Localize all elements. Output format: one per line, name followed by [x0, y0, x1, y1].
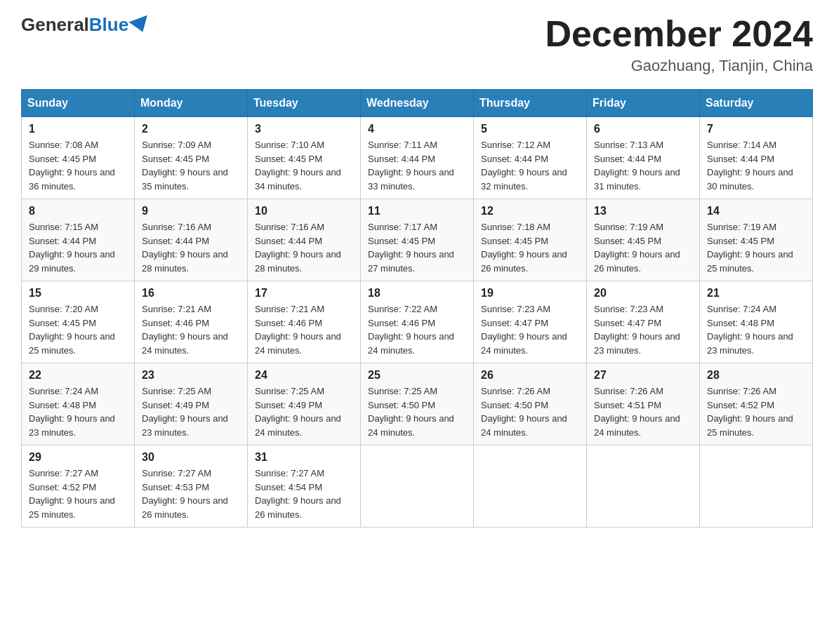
day-number: 14 [707, 205, 805, 217]
calendar-cell: 1 Sunrise: 7:08 AM Sunset: 4:45 PM Dayli… [22, 117, 135, 199]
day-info: Sunrise: 7:10 AM Sunset: 4:45 PM Dayligh… [255, 138, 353, 193]
calendar-week-row: 1 Sunrise: 7:08 AM Sunset: 4:45 PM Dayli… [22, 117, 813, 199]
day-number: 31 [255, 451, 353, 464]
calendar-cell: 22 Sunrise: 7:24 AM Sunset: 4:48 PM Dayl… [22, 363, 135, 445]
day-info: Sunrise: 7:17 AM Sunset: 4:45 PM Dayligh… [368, 220, 466, 275]
day-info: Sunrise: 7:20 AM Sunset: 4:45 PM Dayligh… [29, 302, 127, 357]
day-number: 20 [594, 287, 692, 300]
day-info: Sunrise: 7:23 AM Sunset: 4:47 PM Dayligh… [481, 302, 579, 357]
calendar-cell: 28 Sunrise: 7:26 AM Sunset: 4:52 PM Dayl… [700, 363, 813, 445]
calendar-cell: 4 Sunrise: 7:11 AM Sunset: 4:44 PM Dayli… [361, 117, 474, 199]
day-number: 27 [594, 369, 692, 382]
day-info: Sunrise: 7:08 AM Sunset: 4:45 PM Dayligh… [29, 138, 127, 193]
calendar-cell: 9 Sunrise: 7:16 AM Sunset: 4:44 PM Dayli… [135, 199, 248, 281]
calendar-cell: 26 Sunrise: 7:26 AM Sunset: 4:50 PM Dayl… [474, 363, 587, 445]
calendar-cell [474, 445, 587, 528]
day-info: Sunrise: 7:25 AM Sunset: 4:50 PM Dayligh… [368, 384, 466, 439]
day-number: 26 [481, 369, 579, 382]
day-number: 19 [481, 287, 579, 300]
day-info: Sunrise: 7:25 AM Sunset: 4:49 PM Dayligh… [255, 384, 353, 439]
day-info: Sunrise: 7:16 AM Sunset: 4:44 PM Dayligh… [255, 220, 353, 275]
day-info: Sunrise: 7:25 AM Sunset: 4:49 PM Dayligh… [142, 384, 240, 439]
calendar-cell: 18 Sunrise: 7:22 AM Sunset: 4:46 PM Dayl… [361, 281, 474, 363]
day-info: Sunrise: 7:27 AM Sunset: 4:54 PM Dayligh… [255, 467, 353, 521]
calendar-table: SundayMondayTuesdayWednesdayThursdayFrid… [21, 89, 813, 528]
calendar-cell: 14 Sunrise: 7:19 AM Sunset: 4:45 PM Dayl… [700, 199, 813, 281]
day-number: 3 [255, 123, 353, 135]
day-number: 7 [707, 123, 805, 135]
calendar-cell: 10 Sunrise: 7:16 AM Sunset: 4:44 PM Dayl… [248, 199, 361, 281]
day-number: 25 [368, 369, 466, 382]
weekday-header-row: SundayMondayTuesdayWednesdayThursdayFrid… [22, 90, 813, 117]
day-number: 18 [368, 287, 466, 300]
calendar-cell: 7 Sunrise: 7:14 AM Sunset: 4:44 PM Dayli… [700, 117, 813, 199]
calendar-cell: 23 Sunrise: 7:25 AM Sunset: 4:49 PM Dayl… [135, 363, 248, 445]
calendar-cell: 29 Sunrise: 7:27 AM Sunset: 4:52 PM Dayl… [22, 445, 135, 528]
day-number: 28 [707, 369, 805, 382]
day-number: 30 [142, 451, 240, 464]
day-info: Sunrise: 7:21 AM Sunset: 4:46 PM Dayligh… [142, 302, 240, 357]
weekday-header-friday: Friday [587, 90, 700, 117]
day-info: Sunrise: 7:23 AM Sunset: 4:47 PM Dayligh… [594, 302, 692, 357]
day-info: Sunrise: 7:19 AM Sunset: 4:45 PM Dayligh… [707, 220, 805, 275]
calendar-cell: 5 Sunrise: 7:12 AM Sunset: 4:44 PM Dayli… [474, 117, 587, 199]
calendar-cell [361, 445, 474, 528]
day-info: Sunrise: 7:09 AM Sunset: 4:45 PM Dayligh… [142, 138, 240, 193]
calendar-cell: 2 Sunrise: 7:09 AM Sunset: 4:45 PM Dayli… [135, 117, 248, 199]
calendar-cell: 27 Sunrise: 7:26 AM Sunset: 4:51 PM Dayl… [587, 363, 700, 445]
day-info: Sunrise: 7:26 AM Sunset: 4:51 PM Dayligh… [594, 384, 692, 439]
calendar-cell: 6 Sunrise: 7:13 AM Sunset: 4:44 PM Dayli… [587, 117, 700, 199]
day-info: Sunrise: 7:27 AM Sunset: 4:52 PM Dayligh… [29, 467, 127, 521]
day-number: 2 [142, 123, 240, 135]
calendar-cell: 3 Sunrise: 7:10 AM Sunset: 4:45 PM Dayli… [248, 117, 361, 199]
logo-blue-text: Blue [89, 14, 128, 36]
day-number: 6 [594, 123, 692, 135]
calendar-cell: 13 Sunrise: 7:19 AM Sunset: 4:45 PM Dayl… [587, 199, 700, 281]
day-number: 17 [255, 287, 353, 300]
day-info: Sunrise: 7:11 AM Sunset: 4:44 PM Dayligh… [368, 138, 466, 193]
calendar-cell: 19 Sunrise: 7:23 AM Sunset: 4:47 PM Dayl… [474, 281, 587, 363]
calendar-cell: 25 Sunrise: 7:25 AM Sunset: 4:50 PM Dayl… [361, 363, 474, 445]
calendar-cell: 11 Sunrise: 7:17 AM Sunset: 4:45 PM Dayl… [361, 199, 474, 281]
logo-blue-part: Blue [89, 14, 150, 36]
calendar-cell: 15 Sunrise: 7:20 AM Sunset: 4:45 PM Dayl… [22, 281, 135, 363]
day-info: Sunrise: 7:15 AM Sunset: 4:44 PM Dayligh… [29, 220, 127, 275]
day-info: Sunrise: 7:21 AM Sunset: 4:46 PM Dayligh… [255, 302, 353, 357]
weekday-header-tuesday: Tuesday [248, 90, 361, 117]
day-number: 12 [481, 205, 579, 217]
calendar-cell: 31 Sunrise: 7:27 AM Sunset: 4:54 PM Dayl… [248, 445, 361, 528]
day-info: Sunrise: 7:24 AM Sunset: 4:48 PM Dayligh… [707, 302, 805, 357]
day-info: Sunrise: 7:24 AM Sunset: 4:48 PM Dayligh… [29, 384, 127, 439]
day-number: 24 [255, 369, 353, 382]
day-number: 29 [29, 451, 127, 464]
day-number: 5 [481, 123, 579, 135]
day-info: Sunrise: 7:19 AM Sunset: 4:45 PM Dayligh… [594, 220, 692, 275]
title-section: December 2024 Gaozhuang, Tianjin, China [545, 14, 813, 75]
calendar-cell [700, 445, 813, 528]
day-number: 16 [142, 287, 240, 300]
day-number: 1 [29, 123, 127, 135]
day-number: 11 [368, 205, 466, 217]
weekday-header-wednesday: Wednesday [361, 90, 474, 117]
weekday-header-sunday: Sunday [22, 90, 135, 117]
calendar-cell: 16 Sunrise: 7:21 AM Sunset: 4:46 PM Dayl… [135, 281, 248, 363]
calendar-cell [587, 445, 700, 528]
day-number: 4 [368, 123, 466, 135]
calendar-cell: 24 Sunrise: 7:25 AM Sunset: 4:49 PM Dayl… [248, 363, 361, 445]
day-number: 21 [707, 287, 805, 300]
calendar-cell: 20 Sunrise: 7:23 AM Sunset: 4:47 PM Dayl… [587, 281, 700, 363]
location-subtitle: Gaozhuang, Tianjin, China [545, 57, 813, 75]
day-info: Sunrise: 7:18 AM Sunset: 4:45 PM Dayligh… [481, 220, 579, 275]
calendar-week-row: 15 Sunrise: 7:20 AM Sunset: 4:45 PM Dayl… [22, 281, 813, 363]
day-info: Sunrise: 7:16 AM Sunset: 4:44 PM Dayligh… [142, 220, 240, 275]
logo-triangle-icon [129, 15, 152, 34]
day-info: Sunrise: 7:13 AM Sunset: 4:44 PM Dayligh… [594, 138, 692, 193]
month-title: December 2024 [545, 14, 813, 54]
day-info: Sunrise: 7:22 AM Sunset: 4:46 PM Dayligh… [368, 302, 466, 357]
day-info: Sunrise: 7:26 AM Sunset: 4:50 PM Dayligh… [481, 384, 579, 439]
calendar-week-row: 8 Sunrise: 7:15 AM Sunset: 4:44 PM Dayli… [22, 199, 813, 281]
weekday-header-monday: Monday [135, 90, 248, 117]
day-info: Sunrise: 7:26 AM Sunset: 4:52 PM Dayligh… [707, 384, 805, 439]
calendar-week-row: 22 Sunrise: 7:24 AM Sunset: 4:48 PM Dayl… [22, 363, 813, 445]
calendar-cell: 12 Sunrise: 7:18 AM Sunset: 4:45 PM Dayl… [474, 199, 587, 281]
